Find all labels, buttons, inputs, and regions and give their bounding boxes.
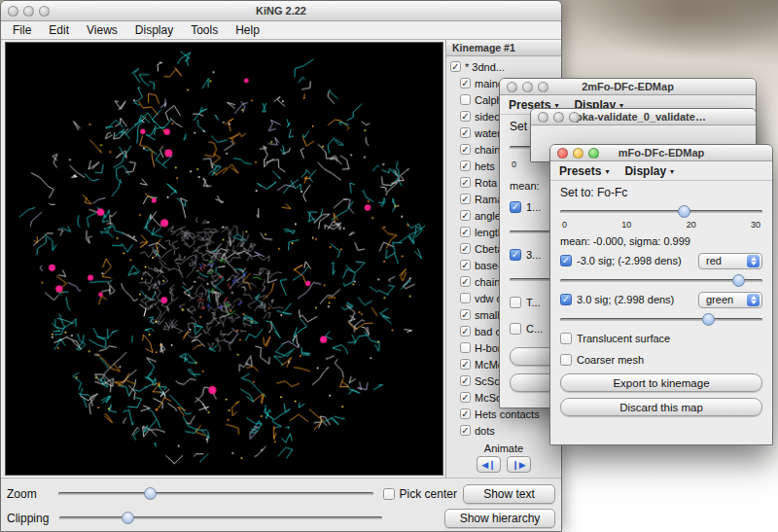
- pos-contour-row: 3.0 sig; (2.998 dens) green: [560, 289, 762, 310]
- titlebar[interactable]: pka-validate_0_validate_1_ma...: [531, 109, 756, 125]
- kinemage-item-checkbox[interactable]: [460, 94, 471, 105]
- coarser-checkbox[interactable]: [560, 354, 572, 366]
- menu-tools[interactable]: Tools: [182, 23, 227, 37]
- coarser-checkbox[interactable]: [510, 323, 521, 335]
- close-button[interactable]: [557, 148, 568, 159]
- menu-bar: FileEditViewsDisplayToolsHelp: [1, 21, 561, 40]
- zoom-button[interactable]: [569, 112, 580, 123]
- minimize-button[interactable]: [23, 6, 34, 17]
- titlebar[interactable]: 2mFo-DFc-EDMap: [500, 79, 756, 95]
- slider-thumb[interactable]: [678, 205, 690, 218]
- tick-label: 0: [512, 160, 516, 170]
- kinemage-item-checkbox[interactable]: [460, 243, 471, 254]
- kinemage-item-checkbox[interactable]: [460, 359, 471, 370]
- traffic-lights: [1, 6, 50, 17]
- coarser-label: C...: [526, 323, 543, 335]
- neg-contour-slider[interactable]: [560, 273, 762, 288]
- kinemage-item[interactable]: dots: [450, 422, 561, 439]
- close-button[interactable]: [538, 112, 548, 123]
- main-titlebar[interactable]: KiNG 2.22: [1, 1, 561, 21]
- pos-contour-slider[interactable]: [560, 312, 762, 327]
- kinemage-item-checkbox[interactable]: [460, 342, 471, 353]
- kinemage-item-checkbox[interactable]: [460, 425, 471, 436]
- traffic-lights: [550, 148, 599, 159]
- kinemage-item-checkbox[interactable]: [460, 210, 471, 221]
- show-hierarchy-button[interactable]: Show hierarchy: [444, 509, 555, 528]
- kinemage-panel-title[interactable]: Kinemage #1: [446, 40, 561, 56]
- zoom-button[interactable]: [588, 148, 599, 159]
- kinemage-item-checkbox[interactable]: [460, 309, 471, 320]
- minimize-button[interactable]: [553, 112, 564, 123]
- slider-thumb[interactable]: [732, 274, 745, 287]
- menu-display[interactable]: Display: [126, 23, 182, 37]
- zoom-button[interactable]: [39, 6, 50, 17]
- kinemage-item-checkbox[interactable]: [460, 111, 471, 122]
- kinemage-item-checkbox[interactable]: [460, 408, 471, 419]
- kinemage-item-checkbox[interactable]: [460, 227, 471, 237]
- kinemage-item-checkbox[interactable]: [460, 392, 471, 403]
- kinemage-item-checkbox[interactable]: [460, 293, 471, 303]
- menu-display[interactable]: Display: [624, 164, 674, 178]
- neg-contour-checkbox[interactable]: [560, 255, 572, 266]
- close-button[interactable]: [507, 82, 517, 92]
- kinemage-item-checkbox[interactable]: [460, 177, 471, 188]
- slider-track[interactable]: [560, 210, 762, 213]
- close-button[interactable]: [8, 6, 18, 17]
- kinemage-item-checkbox[interactable]: [460, 160, 471, 171]
- pos-contour-label: 3...: [526, 249, 541, 261]
- animate-back-button[interactable]: ◀❙: [477, 456, 501, 473]
- zoom-button[interactable]: [538, 82, 548, 92]
- tick-label: 20: [687, 220, 696, 231]
- kinemage-item[interactable]: * 3dnd...: [450, 58, 561, 75]
- slider-track[interactable]: [59, 516, 382, 519]
- translucent-checkbox[interactable]: [510, 297, 521, 308]
- molecule-canvas[interactable]: [6, 43, 442, 475]
- menu-help[interactable]: Help: [227, 23, 268, 37]
- menu-presets[interactable]: Presets: [559, 164, 609, 178]
- kinemage-item-checkbox[interactable]: [460, 194, 471, 204]
- pos-contour-checkbox[interactable]: [510, 249, 521, 261]
- kinemage-item-checkbox[interactable]: [460, 375, 471, 386]
- kinemage-item-checkbox[interactable]: [460, 276, 471, 287]
- kinemage-item-checkbox[interactable]: [450, 61, 461, 72]
- kinemage-item-checkbox[interactable]: [460, 127, 471, 138]
- coarser-label: Coarser mesh: [577, 354, 644, 366]
- pos-color-value: green: [706, 294, 747, 305]
- slider-track[interactable]: [560, 318, 762, 321]
- contour-level-slider[interactable]: [560, 204, 762, 219]
- neg-color-dropdown[interactable]: red: [698, 253, 762, 269]
- neg-contour-checkbox[interactable]: [510, 201, 521, 213]
- tick-label: 0: [562, 220, 567, 231]
- slider-thumb[interactable]: [122, 512, 134, 524]
- neg-contour-label: -3.0 sig; (-2.998 dens): [577, 255, 682, 266]
- animate-forward-button[interactable]: ❙▶: [507, 456, 531, 473]
- neg-contour-row: -3.0 sig; (-2.998 dens) red: [560, 250, 762, 271]
- discard-map-button[interactable]: Discard this map: [560, 398, 762, 416]
- menu-file[interactable]: File: [4, 23, 40, 37]
- show-text-button[interactable]: Show text: [463, 484, 555, 504]
- zoom-slider[interactable]: [58, 486, 373, 501]
- kinemage-item-checkbox[interactable]: [460, 260, 471, 270]
- pick-center-checkbox[interactable]: [383, 488, 395, 500]
- pos-color-dropdown[interactable]: green: [698, 292, 762, 308]
- translucent-checkbox[interactable]: [560, 333, 572, 344]
- pick-center-label: Pick center: [400, 487, 457, 501]
- kinemage-item-label: water: [475, 127, 501, 139]
- traffic-lights: [531, 112, 580, 123]
- menu-edit[interactable]: Edit: [40, 23, 78, 37]
- minimize-button[interactable]: [522, 82, 533, 92]
- kinemage-item-checkbox[interactable]: [460, 326, 471, 337]
- slider-thumb[interactable]: [702, 313, 715, 326]
- titlebar[interactable]: mFo-DFc-EDMap: [550, 145, 772, 161]
- export-to-kinemage-button[interactable]: Export to kinemage: [560, 373, 762, 392]
- pos-contour-checkbox[interactable]: [560, 294, 572, 305]
- menu-views[interactable]: Views: [78, 23, 126, 37]
- slider-thumb[interactable]: [144, 487, 157, 500]
- molecule-viewport[interactable]: [5, 42, 443, 476]
- kinemage-item-checkbox[interactable]: [460, 144, 471, 155]
- clipping-slider[interactable]: [59, 511, 382, 525]
- minimize-button[interactable]: [573, 148, 584, 159]
- slider-track[interactable]: [58, 492, 373, 495]
- kinemage-item-checkbox[interactable]: [460, 78, 471, 89]
- kinemage-item-label: dots: [475, 425, 495, 437]
